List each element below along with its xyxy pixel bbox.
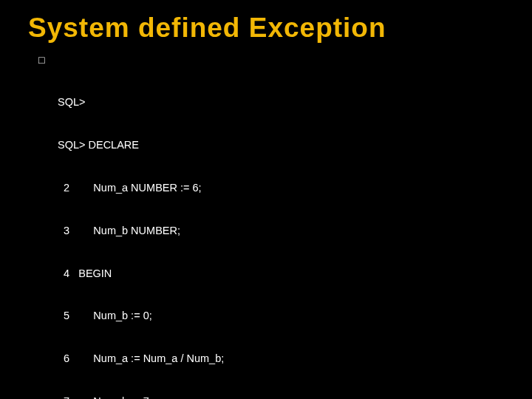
bullet-marker: □ [38,54,49,66]
code-line: 4 BEGIN [58,267,510,281]
code-line: 7 Num_b := 7; [58,395,510,399]
code-block: SQL> SQL> DECLARE 2 Num_a NUMBER := 6; 3… [58,67,510,399]
code-line: 5 Num_b := 0; [58,309,510,323]
code-line: SQL> [58,95,510,109]
code-line: 6 Num_a := Num_a / Num_b; [58,352,510,366]
content-row: □ [22,54,510,67]
code-line: SQL> DECLARE [58,138,510,152]
code-line: 2 Num_a NUMBER := 6; [58,181,510,195]
page-title: System defined Exception [28,13,510,44]
code-line: 3 Num_b NUMBER; [58,224,510,238]
slide: System defined Exception □ SQL> SQL> DEC… [0,0,532,399]
